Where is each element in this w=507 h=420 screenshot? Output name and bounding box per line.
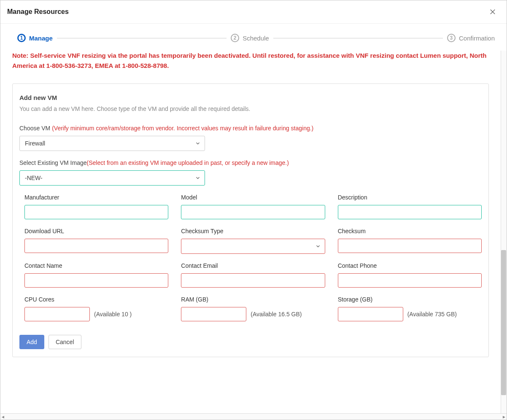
cpu-cores-available: (Available 10 ) (94, 311, 132, 318)
wizard-stepper: 1 Manage 2 Schedule 3 Confirmation (0, 24, 507, 51)
step-separator (57, 38, 227, 38)
horizontal-scrollbar[interactable]: ◄ ► (0, 413, 507, 420)
cpu-cores-label: CPU Cores (24, 296, 168, 303)
select-image-label: Select Existing VM Image (19, 159, 87, 166)
step-schedule[interactable]: 2 Schedule (231, 34, 269, 42)
contact-email-label: Contact Email (181, 262, 325, 269)
choose-vm-label: Choose VM (19, 125, 50, 132)
step-label: Schedule (243, 35, 269, 42)
choose-vm-select[interactable]: Firewall (19, 136, 205, 151)
storage-label: Storage (GB) (338, 296, 482, 303)
contact-email-input[interactable] (181, 273, 325, 288)
contact-phone-label: Contact Phone (338, 262, 482, 269)
step-number: 2 (231, 34, 239, 42)
contact-phone-input[interactable] (338, 273, 482, 288)
select-image-value: -NEW- (19, 170, 205, 186)
step-confirmation[interactable]: 3 Confirmation (447, 34, 495, 42)
manage-resources-modal: Manage Resources 1 Manage 2 Schedule 3 C… (0, 0, 507, 420)
download-url-input[interactable] (24, 239, 168, 253)
step-label: Confirmation (459, 35, 495, 42)
panel-description: You can add a new VM here. Choose type o… (19, 105, 482, 112)
select-image-hint: (Select from an existing VM image upload… (87, 159, 289, 166)
contact-name-input[interactable] (24, 273, 168, 288)
storage-available: (Available 735 GB) (407, 311, 457, 318)
step-separator (273, 38, 443, 38)
choose-vm-row: Choose VM (Verify minimum core/ram/stora… (19, 125, 482, 151)
description-input[interactable] (338, 205, 482, 219)
ram-label: RAM (GB) (181, 296, 325, 303)
description-label: Description (338, 194, 482, 201)
storage-input[interactable] (338, 307, 403, 321)
model-label: Model (181, 194, 325, 201)
modal-title: Manage Resources (7, 8, 69, 16)
scroll-area[interactable]: Note: Self-service VNF resizing via the … (0, 51, 507, 413)
ram-input[interactable] (181, 307, 246, 321)
manufacturer-input[interactable] (24, 205, 168, 219)
choose-vm-hint: (Verify minimum core/ram/storage from ve… (52, 125, 313, 132)
scroll-right-icon[interactable]: ► (502, 415, 506, 419)
add-vm-panel: Add new VM You can add a new VM here. Ch… (12, 83, 489, 357)
contact-name-label: Contact Name (24, 262, 168, 269)
manufacturer-label: Manufacturer (24, 194, 168, 201)
cancel-button[interactable]: Cancel (49, 335, 81, 349)
step-label: Manage (29, 35, 53, 42)
close-icon[interactable] (489, 8, 496, 16)
cpu-cores-input[interactable] (24, 307, 90, 321)
checksum-type-value (181, 239, 325, 254)
checksum-label: Checksum (338, 228, 482, 234)
step-number: 1 (17, 34, 26, 42)
panel-title: Add new VM (19, 94, 482, 101)
warning-note: Note: Self-service VNF resizing via the … (12, 51, 489, 71)
add-button[interactable]: Add (19, 335, 44, 349)
scrollbar-thumb[interactable] (501, 250, 506, 395)
ram-available: (Available 16.5 GB) (251, 311, 302, 318)
select-image-select[interactable]: -NEW- (19, 170, 205, 186)
scroll-left-icon[interactable]: ◄ (1, 415, 5, 419)
step-manage[interactable]: 1 Manage (17, 34, 53, 42)
select-image-row: Select Existing VM Image (Select from an… (19, 159, 482, 186)
download-url-label: Download URL (24, 228, 168, 234)
checksum-type-select[interactable] (181, 239, 325, 254)
checksum-input[interactable] (338, 239, 482, 253)
modal-header: Manage Resources (0, 0, 507, 24)
checksum-type-label: Checksum Type (181, 228, 325, 234)
scrollbar-track[interactable] (501, 51, 507, 413)
step-number: 3 (447, 34, 456, 42)
choose-vm-value: Firewall (19, 136, 205, 151)
model-input[interactable] (181, 205, 325, 219)
